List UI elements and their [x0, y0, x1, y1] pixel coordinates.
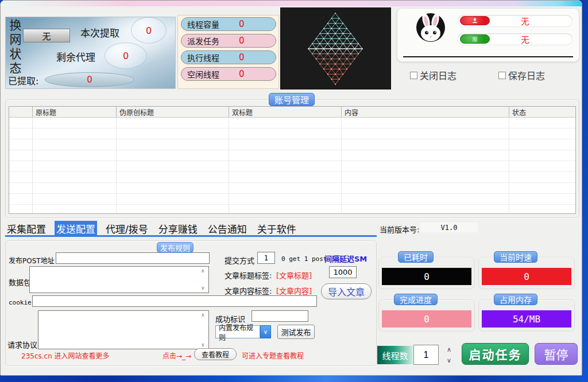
- submit-method-label: 提交方式: [225, 255, 254, 266]
- extracted-value: 0: [45, 72, 134, 87]
- remaining-proxy-value: 0: [105, 42, 147, 69]
- counter-value: 0: [239, 36, 245, 46]
- version-label: 当前版本号:: [380, 224, 419, 235]
- elapsed-time-badge: 已耗时: [398, 251, 434, 263]
- packet-textarea[interactable]: [29, 266, 209, 293]
- network-status-button[interactable]: 无: [23, 29, 70, 42]
- title-tag-label: 文章标题标签:: [225, 270, 272, 280]
- vip-icon: [460, 16, 490, 25]
- scroll-down-icon[interactable]: ∨: [201, 342, 205, 348]
- packet-label: 数据包: [9, 276, 31, 287]
- scroll-up-icon[interactable]: ∧: [201, 312, 205, 318]
- import-articles-button[interactable]: 导入文章: [321, 283, 372, 299]
- checkbox-label: 关闭日志: [420, 68, 457, 82]
- current-extract-value: 0: [131, 17, 167, 44]
- current-speed-value: 0: [482, 268, 571, 285]
- counter-label: 派发任务: [187, 35, 219, 46]
- counter-label: 执行线程: [187, 52, 219, 63]
- view-tutorial-button[interactable]: 查看教程: [194, 348, 237, 360]
- publish-rules-badge: 发布规则: [157, 242, 194, 253]
- progress-badge: 完成进度: [394, 294, 438, 305]
- account-table[interactable]: 原标题 伪原创标题 双标题 内容 状态: [9, 106, 576, 214]
- counter-value: 0: [239, 52, 245, 63]
- remaining-proxy-label: 剩余代理: [56, 49, 95, 64]
- table-body[interactable]: [9, 118, 575, 213]
- tab-proxy-dial[interactable]: 代理/拨号: [104, 221, 150, 236]
- table-col-status[interactable]: 状态: [509, 107, 575, 117]
- thread-count-label: 线程数: [377, 346, 413, 364]
- cookie-label: cookie: [9, 299, 32, 306]
- checkbox-label: 保存日志: [508, 68, 545, 82]
- extract-status-panel: 换网状态 无 本次提取 0 剩余代理 0 已提取: 0: [5, 17, 176, 89]
- chevron-down-icon[interactable]: ∨: [260, 325, 271, 338]
- start-task-button[interactable]: 启动任务: [462, 343, 529, 365]
- thread-count-stepper[interactable]: ∧ ∨: [442, 346, 457, 364]
- interval-delay-label: 间隔延迟SM: [324, 253, 367, 264]
- vip-status-value: 无: [521, 15, 529, 27]
- counter-label: 空闲线程: [187, 68, 219, 80]
- tab-send-config[interactable]: 发送配置: [55, 221, 97, 236]
- elapsed-time-value: 0: [382, 268, 471, 285]
- table-col-content[interactable]: 内容: [341, 107, 509, 117]
- memory-value: 54/MB: [482, 310, 571, 328]
- table-col-blank[interactable]: [9, 107, 32, 117]
- site-hint-link[interactable]: 235cs.cn 进入网站查看更多: [21, 350, 110, 360]
- checkbox-save-log[interactable]: 保存日志: [498, 68, 545, 82]
- divider: [403, 56, 573, 57]
- limit-status-value: 无: [521, 33, 529, 45]
- account-status-panel: 无 限 无: [397, 8, 579, 62]
- test-publish-button[interactable]: 测试发布: [277, 325, 315, 339]
- diamond-logo-panel: [280, 7, 391, 89]
- progress-value: 0: [382, 310, 471, 328]
- content-tag-label: 文章内容标签:: [225, 285, 272, 296]
- counter-label: 线程容量: [187, 18, 219, 30]
- limit-icon: 限: [460, 34, 490, 44]
- tab-share-earn[interactable]: 分享赚钱: [157, 221, 199, 236]
- table-col-pseudo-title[interactable]: 伪原创标题: [116, 107, 229, 117]
- counter-running-threads: 执行线程 0: [181, 50, 276, 64]
- scroll-up-icon[interactable]: ∧: [201, 268, 205, 274]
- memory-badge: 占用内存: [494, 294, 537, 305]
- vip-status-bar: 无: [458, 15, 572, 26]
- counter-value: 0: [239, 19, 245, 29]
- tab-about[interactable]: 关于软件: [256, 221, 298, 236]
- rule-select[interactable]: 内置发布规则: [215, 325, 260, 338]
- protocol-label: 请求协议: [7, 339, 37, 350]
- cookie-input[interactable]: [32, 295, 317, 307]
- checkbox-box[interactable]: [410, 72, 417, 79]
- title-tag-value: [文章标题]: [276, 270, 312, 280]
- checkbox-close-log[interactable]: 关闭日志: [410, 68, 457, 82]
- table-header: 原标题 伪原创标题 双标题 内容 状态: [9, 107, 575, 118]
- tab-collect-config[interactable]: 采集配置: [5, 221, 48, 236]
- tab-announcement[interactable]: 公告通知: [206, 221, 249, 236]
- current-speed-badge: 当前时速: [494, 251, 537, 263]
- extracted-label: 已提取:: [8, 73, 38, 87]
- post-url-input[interactable]: [56, 252, 210, 264]
- title-bar[interactable]: [1, 1, 582, 6]
- counter-dispatched-tasks: 派发任务 0: [181, 34, 276, 48]
- success-flag-input[interactable]: [252, 310, 308, 322]
- table-col-double-title[interactable]: 双标题: [229, 107, 341, 117]
- spinner-down-icon[interactable]: ∨: [447, 357, 451, 364]
- click-hint: 点击→_→: [163, 350, 191, 360]
- tab-bar: 采集配置 发送配置 代理/拨号 分享赚钱 公告通知 关于软件: [5, 221, 298, 236]
- thread-count-input[interactable]: [413, 345, 439, 365]
- spinner-up-icon[interactable]: ∧: [447, 346, 451, 353]
- checkbox-box[interactable]: [498, 72, 506, 79]
- limit-status-bar: 限 无: [458, 33, 572, 45]
- submit-method-input[interactable]: [257, 252, 275, 264]
- counter-value: 0: [239, 69, 245, 79]
- diamond-mesh-graphic: [281, 8, 390, 89]
- interval-delay-input[interactable]: [329, 266, 357, 278]
- account-table-title-badge: 账号管理: [269, 93, 315, 106]
- counter-thread-capacity: 线程容量 0: [181, 17, 276, 31]
- app-window: 换网状态 无 本次提取 0 剩余代理 0 已提取: 0 线程容量 0 派发任务 …: [0, 0, 582, 376]
- protocol-textarea[interactable]: [38, 310, 209, 349]
- thread-counters-panel: 线程容量 0 派发任务 0 执行线程 0 空闲线程 0: [177, 15, 279, 89]
- scroll-down-icon[interactable]: ∨: [201, 285, 205, 291]
- network-status-label: 换网状态: [8, 19, 21, 76]
- post-url-label: 发布POST地址: [9, 255, 55, 265]
- table-col-original-title[interactable]: 原标题: [32, 107, 116, 117]
- submit-method-hint: 0 get 1 post: [281, 255, 327, 263]
- pause-button[interactable]: 暂停: [535, 343, 578, 365]
